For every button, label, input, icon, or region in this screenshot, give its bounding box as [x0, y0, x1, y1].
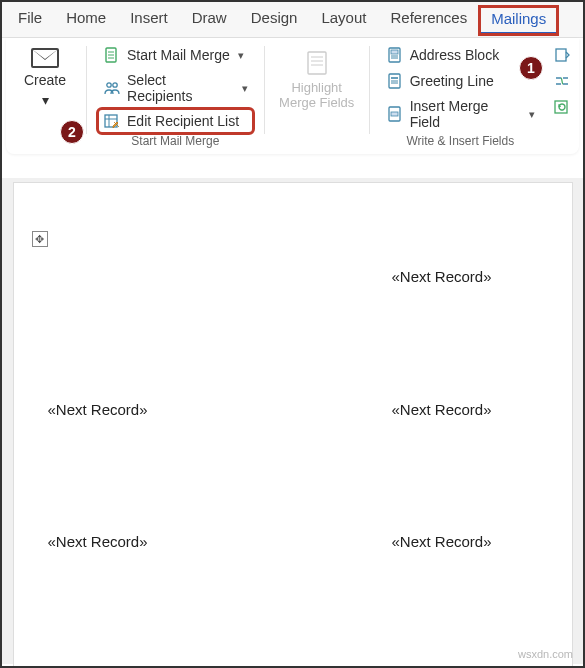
chevron-down-icon: ▾ [42, 92, 49, 108]
create-label: Create [24, 72, 66, 88]
match-fields-icon[interactable] [553, 72, 571, 90]
group-label-write: Write & Insert Fields [406, 132, 514, 152]
select-recipients-label: Select Recipients [127, 72, 234, 104]
svg-point-4 [107, 83, 111, 87]
address-block-icon [386, 46, 404, 64]
edit-list-icon [103, 112, 121, 130]
rules-icon[interactable] [553, 46, 571, 64]
highlight-icon [302, 48, 332, 78]
group-label-highlight [315, 114, 318, 134]
tab-home[interactable]: Home [54, 2, 118, 37]
svg-rect-14 [391, 50, 398, 54]
start-mail-merge-button[interactable]: Start Mail Merge ▾ [99, 44, 252, 66]
document-area: ✥ «Next Record» «Next Record» «Next Reco… [2, 178, 583, 664]
ribbon: Create ▾ Start Mail Merge ▾ Select Recip… [6, 38, 579, 154]
highlight-label-2: Merge Fields [279, 95, 354, 110]
merge-field: «Next Record» [48, 401, 148, 418]
update-labels-icon[interactable] [553, 98, 571, 116]
tab-draw[interactable]: Draw [180, 2, 239, 37]
ribbon-extra-column [551, 42, 573, 152]
chevron-down-icon: ▾ [242, 82, 248, 95]
group-separator [86, 46, 87, 134]
document-page[interactable]: ✥ «Next Record» «Next Record» «Next Reco… [13, 182, 573, 668]
address-block-label: Address Block [410, 47, 499, 63]
people-icon [103, 79, 121, 97]
svg-rect-23 [556, 49, 566, 61]
svg-point-5 [113, 83, 117, 87]
merge-field: «Next Record» [392, 533, 492, 550]
table-move-handle[interactable]: ✥ [32, 231, 48, 247]
address-block-button[interactable]: Address Block [382, 44, 539, 66]
watermark: wsxdn.com [518, 648, 573, 660]
select-recipients-button[interactable]: Select Recipients ▾ [99, 70, 252, 106]
greeting-line-button[interactable]: Greeting Line [382, 70, 539, 92]
greeting-line-label: Greeting Line [410, 73, 494, 89]
tab-file[interactable]: File [6, 2, 54, 37]
highlight-merge-fields-button: Highlight Merge Fields [277, 44, 357, 114]
highlight-label-1: Highlight [291, 80, 342, 95]
tab-mailings[interactable]: Mailings [479, 6, 558, 35]
insert-merge-field-label: Insert Merge Field [410, 98, 521, 130]
annotation-badge-2: 2 [60, 120, 84, 144]
greeting-line-icon [386, 72, 404, 90]
merge-field: «Next Record» [392, 268, 492, 285]
group-highlight: Highlight Merge Fields [271, 42, 363, 152]
merge-field: «Next Record» [392, 401, 492, 418]
tab-design[interactable]: Design [239, 2, 310, 37]
document-icon [103, 46, 121, 64]
chevron-down-icon: ▾ [238, 49, 244, 62]
edit-recipient-list-button[interactable]: Edit Recipient List [99, 110, 252, 132]
group-start-mail-merge: Start Mail Merge ▾ Select Recipients ▾ E… [93, 42, 258, 152]
tab-layout[interactable]: Layout [309, 2, 378, 37]
group-separator [369, 46, 370, 134]
edit-recipient-list-label: Edit Recipient List [127, 113, 239, 129]
insert-merge-field-button[interactable]: Insert Merge Field ▾ [382, 96, 539, 132]
ribbon-tabs: File Home Insert Draw Design Layout Refe… [2, 2, 583, 38]
start-mail-merge-label: Start Mail Merge [127, 47, 230, 63]
merge-field: «Next Record» [48, 533, 148, 550]
create-button[interactable]: Create ▾ [16, 44, 74, 112]
tab-insert[interactable]: Insert [118, 2, 180, 37]
tab-references[interactable]: References [378, 2, 479, 37]
chevron-down-icon: ▾ [529, 108, 535, 121]
group-separator [264, 46, 265, 134]
group-write-insert: Address Block Greeting Line Insert Merge… [376, 42, 545, 152]
svg-rect-22 [391, 112, 398, 116]
envelope-icon [31, 48, 59, 68]
group-label-start: Start Mail Merge [131, 132, 219, 152]
annotation-badge-1: 1 [519, 56, 543, 80]
svg-rect-9 [308, 52, 326, 74]
insert-field-icon [386, 105, 404, 123]
